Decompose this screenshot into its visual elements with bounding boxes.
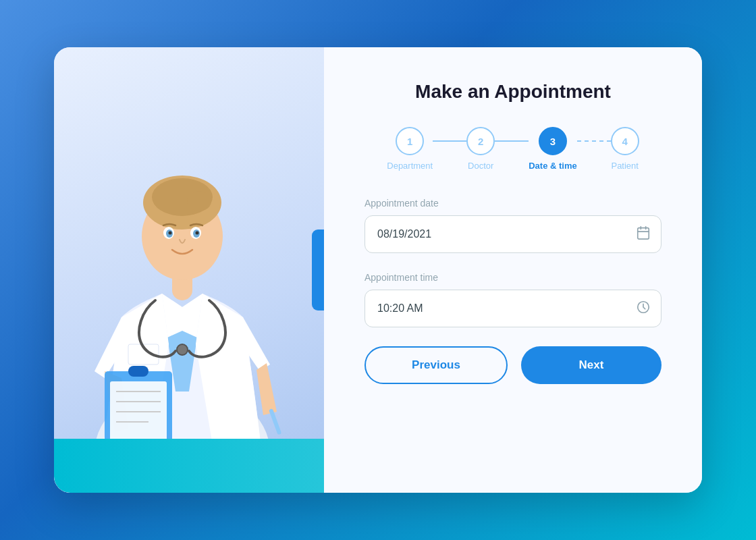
previous-button[interactable]: Previous xyxy=(364,346,508,384)
appointment-card: Make an Appointment 1 Department 2 Docto… xyxy=(54,47,702,493)
step-3-label: Date & time xyxy=(529,161,577,171)
step-4-item: 4 Patient xyxy=(611,127,639,171)
step-1-label: Department xyxy=(387,161,433,171)
time-field-group: Appointment time xyxy=(364,272,662,327)
button-row: Previous Next xyxy=(364,346,662,384)
time-input[interactable] xyxy=(364,290,662,327)
date-field-label: Appointment date xyxy=(364,198,662,209)
step-1-circle: 1 xyxy=(396,127,424,155)
svg-point-2 xyxy=(177,344,188,355)
doctor-figure xyxy=(54,47,324,493)
svg-point-7 xyxy=(187,191,211,211)
step-connector-1-2 xyxy=(433,140,466,142)
svg-point-13 xyxy=(196,232,199,235)
time-field-label: Appointment time xyxy=(364,272,662,283)
form-panel: Make an Appointment 1 Department 2 Docto… xyxy=(324,47,702,493)
step-2-label: Doctor xyxy=(468,161,493,171)
doctor-illustration xyxy=(68,101,297,493)
step-4-circle: 4 xyxy=(611,127,639,155)
blue-side-accent xyxy=(312,230,324,310)
step-4-label: Patient xyxy=(611,161,638,171)
doctor-panel xyxy=(54,47,324,493)
step-1-item: 1 Department xyxy=(387,127,433,171)
step-2-item: 2 Doctor xyxy=(466,127,495,171)
step-connector-2-3 xyxy=(495,140,529,142)
step-2-circle: 2 xyxy=(466,127,495,155)
step-3-item: 3 Date & time xyxy=(529,127,577,171)
svg-point-12 xyxy=(169,232,172,235)
page-title: Make an Appointment xyxy=(415,81,611,103)
next-button[interactable]: Next xyxy=(521,346,662,384)
step-connector-3-4 xyxy=(577,140,611,142)
date-input[interactable] xyxy=(364,215,662,253)
date-input-wrapper xyxy=(364,215,662,253)
time-input-wrapper xyxy=(364,290,662,327)
step-3-circle: 3 xyxy=(539,127,567,155)
svg-rect-21 xyxy=(269,408,281,435)
date-field-group: Appointment date xyxy=(364,198,662,253)
appointment-form: Appointment date Appointment time xyxy=(364,198,662,384)
stepper: 1 Department 2 Doctor 3 Date & time xyxy=(387,127,639,171)
svg-rect-15 xyxy=(128,366,148,377)
teal-bottom-accent xyxy=(54,439,324,493)
